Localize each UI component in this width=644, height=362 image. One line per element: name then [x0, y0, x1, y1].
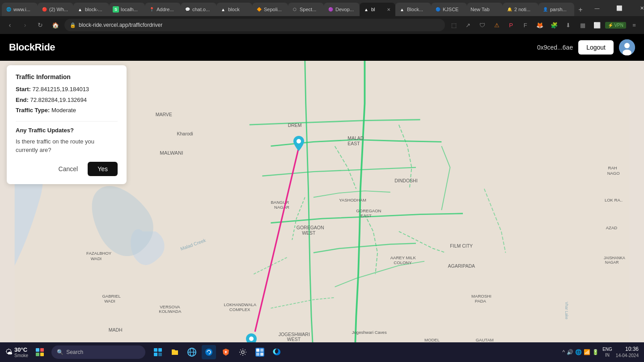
tab-favicon-bl1: ▲ [220, 6, 226, 13]
chevron-up-icon[interactable]: ^ [563, 349, 565, 355]
svg-text:COLONY: COLONY [394, 260, 412, 265]
search-placeholder: Search [66, 349, 83, 355]
yes-button[interactable]: Yes [88, 162, 118, 176]
sound-icon[interactable]: 🔊 [567, 349, 573, 355]
tab-chat[interactable]: 💬 chat.o... [181, 3, 216, 16]
download-icon[interactable]: ⬇ [562, 19, 575, 31]
svg-text:FILM CITY: FILM CITY [450, 243, 473, 248]
language-badge[interactable]: ENG IN [602, 346, 612, 358]
svg-text:MALWANI: MALWANI [160, 150, 183, 156]
files-app[interactable] [168, 345, 182, 359]
puzzle-icon[interactable]: 🧩 [548, 19, 560, 31]
forward-button[interactable]: › [19, 19, 31, 31]
tab-bl1[interactable]: ▲ block [216, 3, 252, 16]
tab-bar: 🌐 www.i... 🔴 (2) Wh... ▲ block-... S loc… [0, 0, 644, 16]
tab-local[interactable]: S localh... [109, 3, 145, 16]
shield-icon[interactable]: 🛡 [476, 19, 489, 31]
svg-text:MAROSHI: MAROSHI [471, 294, 491, 299]
vpn-badge[interactable]: ⚡ VPN [605, 22, 626, 29]
svg-text:EAST: EAST [347, 141, 360, 146]
menu-button[interactable]: ≡ [628, 19, 640, 31]
tab-title-2: (2) Wh... [49, 7, 70, 12]
tab-title-notif: 2 noti... [514, 7, 535, 12]
logout-button[interactable]: Logout [578, 40, 614, 55]
new-tab-button[interactable]: + [574, 4, 587, 16]
cancel-button[interactable]: Cancel [53, 162, 84, 176]
tab-sep[interactable]: 🔶 Sepoli... [252, 3, 288, 16]
tab-notif[interactable]: 🔔 2 noti... [503, 3, 538, 16]
tab-active-bl[interactable]: ▲ bl ✕ [360, 3, 395, 16]
lang-line2: IN [602, 352, 612, 358]
clock-date: 14-04-2024 [616, 353, 639, 359]
pocket-button[interactable]: P [505, 19, 517, 31]
tab-favicon-2: 🔴 [41, 6, 47, 13]
svg-text:MARVE: MARVE [156, 112, 172, 117]
browser-app[interactable] [185, 345, 199, 359]
end-label: End: [16, 97, 29, 103]
minimize-button[interactable]: — [587, 0, 607, 16]
svg-text:AAREY MILK: AAREY MILK [390, 255, 416, 260]
network-icon[interactable]: 🌐 [575, 349, 582, 355]
tab-block2[interactable]: ▲ Block... [395, 3, 431, 16]
share-button[interactable]: ↗ [462, 19, 475, 31]
svg-text:NAGAR: NAGAR [605, 260, 619, 265]
close-button[interactable]: ✕ [631, 0, 644, 16]
weather-desc: Smoke [14, 353, 28, 358]
dell-app[interactable] [202, 345, 216, 359]
task-view-button[interactable] [151, 345, 165, 359]
home-button[interactable]: 🏠 [49, 19, 62, 31]
close-tab-icon[interactable]: ✕ [386, 6, 392, 13]
start-button[interactable] [32, 344, 48, 360]
header-right: 0x9ced...6ae Logout [537, 39, 635, 55]
taskbar-apps [151, 345, 284, 359]
nav-bar: ‹ › ↻ 🏠 🔒 block-ride.vercel.app/trafficf… [0, 16, 644, 34]
tab-newtab[interactable]: New Tab [467, 3, 503, 16]
svg-rect-61 [158, 353, 162, 356]
settings-app[interactable] [236, 345, 250, 359]
tab-title-kjsce: KJSCE [443, 7, 463, 12]
start-pin[interactable] [293, 136, 304, 149]
tab-www[interactable]: 🌐 www.i... [2, 3, 38, 16]
start-label: Start: [16, 86, 31, 93]
font-button[interactable]: F [519, 19, 532, 31]
tab-kjsce[interactable]: 🔵 KJSCE [431, 3, 467, 16]
brave-app[interactable] [219, 345, 233, 359]
search-icon: 🔍 [57, 349, 64, 355]
start-value: 72.841215,19.184013 [33, 86, 89, 93]
clock-time: 10:36 [616, 345, 639, 353]
svg-point-66 [242, 351, 244, 354]
fox-icon[interactable]: 🦊 [534, 19, 546, 31]
clock[interactable]: 10:36 14-04-2024 [616, 345, 639, 359]
map-container[interactable]: MARVE MALWANI MALAD EAST Kharodi DREM DI… [0, 61, 644, 342]
weather-widget: 🌤 30°C Smoke [5, 346, 28, 358]
tab-favicon-parsh: 👤 [542, 6, 548, 13]
tab-favicon-spec: ⬡ [292, 6, 298, 13]
cast-button[interactable]: ⬚ [448, 19, 460, 31]
taskbar-search[interactable]: 🔍 Search [51, 345, 145, 359]
tab-title-chat: chat.o... [192, 7, 213, 12]
svg-text:MADH: MADH [109, 327, 123, 333]
tab-addr[interactable]: 📍 Addre... [145, 3, 181, 16]
address-bar[interactable]: 🔒 block-ride.vercel.app/trafficfordriver [64, 19, 445, 31]
tab-spec[interactable]: ⬡ Spect... [288, 3, 324, 16]
maximize-button[interactable]: ⬜ [609, 0, 630, 16]
battery-icon[interactable]: 🔋 [592, 349, 599, 355]
back-button[interactable]: ‹ [4, 19, 16, 31]
tab-dev[interactable]: 🟣 Devop... [324, 3, 360, 16]
end-pin[interactable] [246, 333, 257, 342]
edge-app[interactable] [270, 345, 284, 359]
app-logo: BlockRide [9, 42, 55, 53]
svg-text:WEST: WEST [287, 337, 301, 342]
windows-logo [36, 348, 44, 356]
svg-text:LOK RA..: LOK RA.. [605, 198, 623, 202]
tab-parsh[interactable]: 👤 parsh... [538, 3, 574, 16]
tab-block[interactable]: ▲ block-... [73, 3, 109, 16]
svg-point-57 [249, 337, 254, 341]
refresh-button[interactable]: ↻ [34, 19, 47, 31]
wifi-icon[interactable]: 📶 [584, 349, 590, 355]
tab-2[interactable]: 🔴 (2) Wh... [38, 3, 73, 16]
sidebar-button[interactable]: ▦ [576, 19, 589, 31]
windows-security-app[interactable] [253, 345, 267, 359]
svg-text:COMPLEX: COMPLEX [229, 307, 250, 312]
screenshot-button[interactable]: ⬜ [591, 19, 603, 31]
